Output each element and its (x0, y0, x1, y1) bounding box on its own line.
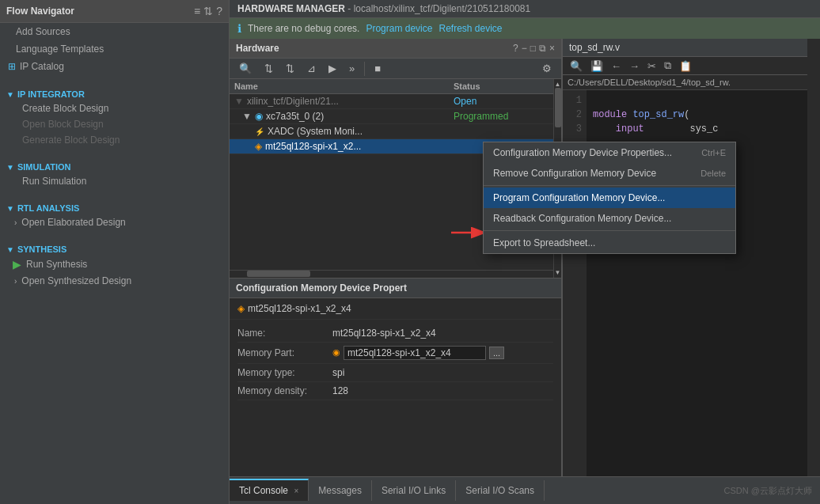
tab-serial-io-scans[interactable]: Serial I/O Scans (456, 480, 545, 501)
open-elaborated-label: Open Elaborated Design (21, 217, 125, 228)
collapse-all-btn[interactable]: ⇅ (260, 61, 278, 76)
tab-tcl-label: Tcl Console (239, 485, 288, 496)
context-menu-sep-1 (484, 185, 735, 186)
hw-manager-path: - localhost/xilinx_tcf/Digilent/21051218… (347, 3, 530, 14)
sidebar-item-open-elaborated-design[interactable]: › Open Elaborated Design (0, 214, 229, 230)
table-row[interactable]: ▼ ◉ xc7a35t_0 (2) Programmed (230, 109, 553, 124)
scrollbar-thumb[interactable] (247, 271, 310, 277)
expand-all-btn[interactable]: ⇅ (281, 61, 299, 76)
memory-part-input[interactable] (344, 346, 486, 360)
memory-part-icon: ◉ (332, 347, 340, 358)
code-line-1 (593, 93, 718, 108)
pin-icon[interactable]: ⇅ (203, 5, 213, 17)
section-label-rtl: RTL ANALYSIS (17, 203, 79, 213)
mem-icon: ◈ (255, 141, 262, 152)
code-panel: top_sd_rw.v 🔍 💾 ← → ✂ ⧉ 📋 C:/Users/DELL/… (562, 39, 807, 476)
panel-restore-icon[interactable]: □ (530, 43, 536, 54)
panel-minimize-icon[interactable]: − (522, 43, 527, 54)
config-device-name: mt25ql128-spi-x1_x2_x4 (248, 303, 351, 314)
sidebar-item-run-synthesis[interactable]: ▶ Run Synthesis (0, 256, 229, 273)
section-arrow-sim[interactable]: ▼ (6, 163, 14, 172)
more-btn[interactable]: » (344, 61, 359, 76)
sidebar-item-add-sources[interactable]: Add Sources (0, 23, 229, 40)
panel-close-icon[interactable]: × (549, 43, 555, 54)
scroll-up-icon[interactable]: ▲ (555, 81, 561, 88)
context-menu-item-program[interactable]: Program Configuration Memory Device... (484, 188, 735, 208)
context-menu-item-export[interactable]: Export to Spreadsheet... (484, 233, 735, 253)
info-message: There are no debug cores. (248, 23, 359, 34)
context-menu-sep-2 (484, 230, 735, 231)
redo-btn[interactable]: → (627, 59, 642, 73)
section-simulation: ▼ SIMULATION (0, 157, 229, 173)
auto-connect-btn[interactable]: ⊿ (302, 61, 321, 76)
tab-tcl-console[interactable]: Tcl Console × (230, 479, 309, 501)
sidebar-item-create-block-design[interactable]: Create Block Design (0, 100, 229, 116)
tab-serial-io-links-label: Serial I/O Links (382, 485, 446, 496)
scroll-thumb[interactable] (555, 88, 561, 127)
settings-btn[interactable]: ⚙ (537, 61, 556, 76)
section-label-sim: SIMULATION (17, 162, 71, 172)
col-name: Name (234, 81, 454, 91)
config-device-row: ◈ mt25ql128-spi-x1_x2_x4 (230, 298, 561, 320)
hardware-panel-controls: ? − □ ⧉ × (513, 43, 555, 54)
search-code-btn[interactable]: 🔍 (568, 59, 585, 73)
save-code-btn[interactable]: 💾 (588, 59, 606, 73)
horizontal-scrollbar[interactable] (230, 270, 553, 278)
panel-help-icon[interactable]: ? (513, 43, 518, 54)
copy-btn[interactable]: ⧉ (662, 59, 674, 73)
run-synthesis-label: Run Synthesis (26, 259, 87, 270)
refresh-device-link[interactable]: Refresh device (438, 23, 502, 34)
filepath-display: C:/Users/DELL/Desktop/sd1_4/top_sd_rw. (563, 75, 807, 90)
program-device-link[interactable]: Program device (366, 23, 432, 34)
section-arrow-ip[interactable]: ▼ (6, 90, 14, 99)
context-menu-item-readback[interactable]: Readback Configuration Memory Device... (484, 208, 735, 229)
prop-label-memory-part: Memory Part: (237, 347, 325, 358)
scroll-down-icon[interactable]: ▼ (555, 269, 561, 276)
prop-value-name: mt25ql128-spi-x1_x2_x4 (332, 328, 553, 339)
config-prop-name: Name: mt25ql128-spi-x1_x2_x4 (237, 324, 553, 343)
config-prop-memory-part: Memory Part: ◉ ... (237, 343, 553, 364)
connection-label: xilinx_tcf/Digilent/21... (247, 96, 339, 107)
context-item-label-export: Export to Spreadsheet... (493, 237, 595, 248)
panel-float-icon[interactable]: ⧉ (539, 43, 546, 54)
run-btn[interactable]: ▶ (324, 61, 341, 76)
sidebar-item-language-templates[interactable]: Language Templates (0, 40, 229, 58)
section-synthesis: ▼ SYNTHESIS (0, 240, 229, 256)
tree-header: Name Status (230, 79, 553, 94)
hw-row-connection-status: Open (454, 96, 549, 107)
context-menu-item-remove[interactable]: Remove Configuration Memory Device Delet… (484, 163, 735, 184)
hw-manager-title: HARDWARE MANAGER (237, 3, 345, 14)
table-row[interactable]: ▼ xilinx_tcf/Digilent/21... Open (230, 94, 553, 109)
tab-serial-io-links[interactable]: Serial I/O Links (372, 480, 456, 501)
section-ip-integrator: ▼ IP INTEGRATOR (0, 85, 229, 100)
device-icon: ◉ (255, 111, 263, 122)
hardware-panel-header: Hardware ? − □ ⧉ × (230, 39, 561, 59)
search-btn[interactable]: 🔍 (234, 61, 256, 76)
hw-row-connection-name: ▼ xilinx_tcf/Digilent/21... (234, 96, 454, 107)
config-device-icon: ◈ (237, 303, 245, 314)
table-row[interactable]: ⚡ XADC (System Moni... (230, 124, 553, 139)
sidebar-item-open-block-design: Open Block Design (0, 116, 229, 132)
flow-nav-header: Flow Navigator ≡ ⇅ ? (0, 0, 229, 23)
help-icon[interactable]: ? (216, 5, 222, 17)
minimize-icon[interactable]: ≡ (194, 5, 200, 17)
tab-serial-io-scans-label: Serial I/O Scans (465, 485, 534, 496)
cut-btn[interactable]: ✂ (645, 59, 659, 73)
tab-tcl-close[interactable]: × (294, 487, 298, 495)
context-menu-item-config-props[interactable]: Configuration Memory Device Properties..… (484, 142, 735, 163)
section-arrow-synth[interactable]: ▼ (6, 245, 14, 254)
stop-btn[interactable]: ■ (370, 61, 385, 76)
tab-messages[interactable]: Messages (309, 480, 372, 501)
undo-btn[interactable]: ← (609, 59, 624, 73)
bottom-panel: Tcl Console × Messages Serial I/O Links … (230, 476, 820, 504)
sidebar-item-ip-catalog[interactable]: ⊞ IP Catalog (0, 58, 229, 75)
context-item-label-config-props: Configuration Memory Device Properties..… (493, 147, 672, 158)
sidebar-item-run-simulation[interactable]: Run Simulation (0, 173, 229, 189)
hw-manager-header: HARDWARE MANAGER - localhost/xilinx_tcf/… (230, 0, 820, 18)
code-line-3: input sys_c (593, 122, 718, 136)
config-panel-title: Configuration Memory Device Propert (236, 282, 407, 294)
sidebar-item-open-synthesized-design[interactable]: › Open Synthesized Design (0, 273, 229, 289)
paste-btn[interactable]: 📋 (677, 59, 694, 73)
section-arrow-rtl[interactable]: ▼ (6, 204, 14, 213)
memory-part-browse-btn[interactable]: ... (489, 347, 504, 359)
